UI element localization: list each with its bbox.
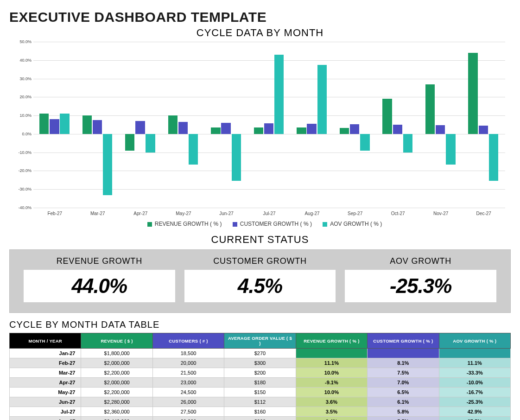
cycle-data-table: MONTH / YEARREVENUE ( $ )CUSTOMERS ( # )… — [9, 333, 511, 420]
cell-aov-growth — [439, 349, 510, 358]
legend-label-cust: CUSTOMER GROWTH ( % ) — [240, 221, 312, 227]
bar-aov — [274, 55, 284, 134]
cell-customers: 18,500 — [152, 349, 224, 358]
x-tick-label: May-27 — [162, 211, 205, 216]
bar-cust — [307, 124, 316, 134]
y-tick-label: 20.0% — [19, 95, 32, 99]
bar-cust — [135, 121, 145, 134]
cell-cust-growth: 5.8% — [368, 407, 439, 417]
cell-rev-growth: 3.4% — [296, 417, 367, 420]
bar-aov — [317, 65, 327, 134]
cell-revenue: $2,200,000 — [81, 388, 152, 397]
legend-swatch-cust — [233, 222, 237, 227]
legend-swatch-rev — [147, 222, 152, 227]
x-tick-label: Apr-27 — [119, 211, 162, 216]
cell-aov-growth: -10.0% — [439, 378, 510, 388]
x-tick-label: Jul-27 — [248, 211, 291, 216]
legend-label-aov: AOV GROWTH ( % ) — [330, 221, 382, 227]
cell-revenue: $2,440,000 — [81, 417, 152, 420]
table-row: May-27$2,200,00024,500$15010.0%6.5%-16.7… — [10, 388, 511, 397]
cell-rev-growth: 10.0% — [296, 368, 367, 378]
cell-month: Aug-27 — [10, 417, 81, 420]
cell-aov-growth: -33.3% — [439, 368, 510, 378]
table-row: Jul-27$2,360,00027,500$1603.5%5.8%42.9% — [10, 407, 511, 417]
status-label-rev: REVENUE GROWTH — [24, 256, 175, 266]
cell-month: Jun-27 — [10, 397, 81, 407]
cell-revenue: $2,000,000 — [81, 358, 152, 368]
status-row: REVENUE GROWTH 44.0% CUSTOMER GROWTH 4.5… — [9, 249, 511, 313]
bar-aov — [146, 134, 155, 153]
col-header: REVENUE GROWTH ( % ) — [296, 333, 367, 349]
cell-revenue: $1,800,000 — [81, 349, 152, 358]
bar-aov — [103, 134, 112, 195]
cell-customers: 20,000 — [152, 358, 224, 368]
cell-aov: $180 — [224, 378, 296, 388]
bar-aov — [60, 114, 69, 134]
cell-aov: $160 — [224, 407, 296, 417]
bar-rev — [168, 115, 178, 134]
cell-customers: 29,000 — [152, 417, 224, 420]
cell-rev-growth — [296, 349, 367, 358]
status-value-cust: 4.5% — [184, 270, 336, 302]
cell-aov-growth: -16.7% — [439, 388, 510, 397]
status-title: CURRENT STATUS — [9, 234, 511, 246]
col-header: AVERAGE ORDER VALUE ( $ ) — [224, 333, 296, 349]
col-header: AOV GROWTH ( % ) — [439, 333, 510, 349]
x-tick-label: Oct-27 — [376, 211, 419, 216]
bar-aov — [489, 134, 498, 181]
x-tick-label: Feb-27 — [33, 211, 76, 216]
bar-rev — [382, 99, 392, 134]
cell-rev-growth: -9.1% — [296, 378, 367, 388]
y-tick-label: 40.0% — [19, 58, 32, 63]
status-value-aov: -25.3% — [345, 270, 496, 302]
bar-cust — [221, 123, 230, 134]
x-tick-label: Mar-27 — [76, 211, 120, 216]
x-tick-label: Nov-27 — [419, 211, 463, 216]
bar-cust — [264, 123, 273, 134]
cell-month: Feb-27 — [10, 358, 81, 368]
cell-rev-growth: 3.5% — [296, 407, 367, 417]
cell-aov-growth: 11.1% — [439, 358, 510, 368]
table-row: Jun-27$2,280,00026,000$1123.6%6.1%-25.3% — [10, 397, 511, 407]
bar-rev — [211, 127, 220, 134]
cell-customers: 24,500 — [152, 388, 224, 397]
cell-customers: 21,500 — [152, 368, 224, 378]
status-label-aov: AOV GROWTH — [345, 256, 496, 266]
bar-cust — [479, 126, 488, 134]
chart-title: CYCLE DATA BY MONTH — [9, 27, 511, 39]
cell-cust-growth — [368, 349, 439, 358]
bar-cust — [393, 125, 402, 134]
cell-cust-growth: 7.5% — [368, 368, 439, 378]
cell-rev-growth: 3.6% — [296, 397, 367, 407]
bar-rev — [82, 115, 92, 134]
status-card-customer-growth: CUSTOMER GROWTH 4.5% — [184, 256, 336, 302]
bar-aov — [446, 134, 455, 165]
col-header: MONTH / YEAR — [10, 333, 81, 349]
bar-aov — [360, 134, 369, 151]
y-tick-label: 50.0% — [19, 39, 32, 44]
y-tick-label: 0.0% — [22, 132, 32, 136]
cell-aov: $200 — [224, 368, 296, 378]
bar-rev — [39, 114, 49, 134]
table-row: Jan-27$1,800,00018,500$270 — [10, 349, 511, 358]
cell-aov: $300 — [224, 358, 296, 368]
cell-cust-growth: 8.1% — [368, 358, 439, 368]
cell-month: Apr-27 — [10, 378, 81, 388]
status-value-rev: 44.0% — [24, 270, 175, 302]
bar-aov — [189, 134, 198, 165]
cell-customers: 26,000 — [152, 397, 224, 407]
cell-rev-growth: 11.1% — [296, 358, 367, 368]
cell-revenue: $2,000,000 — [81, 378, 152, 388]
y-tick-label: -30.0% — [18, 187, 32, 191]
y-tick-label: 30.0% — [19, 76, 32, 81]
cell-customers: 27,500 — [152, 407, 224, 417]
y-tick-label: -40.0% — [18, 205, 32, 210]
bar-rev — [297, 127, 306, 134]
cell-revenue: $2,360,000 — [81, 407, 152, 417]
bar-aov — [232, 134, 241, 181]
bar-cust — [50, 119, 59, 134]
cycle-chart: 50.0%40.0%30.0%20.0%10.0%0.0%-10.0%-20.0… — [9, 42, 511, 208]
x-tick-label: Aug-27 — [291, 211, 334, 216]
bar-aov — [403, 134, 412, 153]
page-title: EXECUTIVE DASHBOARD TEMPLATE — [9, 9, 511, 25]
